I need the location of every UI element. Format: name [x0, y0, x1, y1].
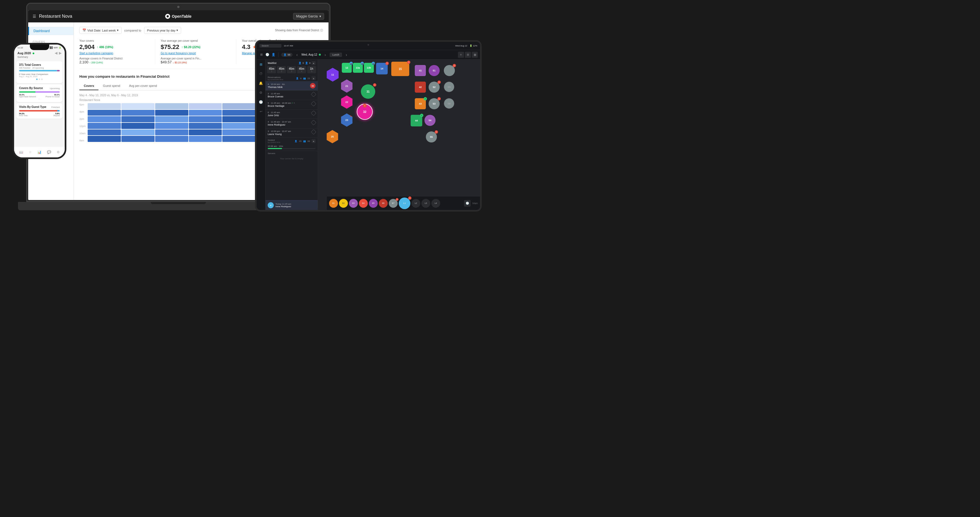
hcell[interactable]: [121, 136, 154, 142]
hcell[interactable]: [155, 103, 188, 109]
hcell[interactable]: [155, 116, 188, 122]
table-23[interactable]: 23 2: [340, 113, 353, 127]
waitlist-collapse-btn[interactable]: ▲: [312, 61, 315, 65]
table-22[interactable]: 22: [340, 95, 353, 109]
res-item-thomas[interactable]: 4 10:44 am · 4m Thomas Mink 32: [266, 81, 318, 91]
res-item-laura[interactable]: 3 12:00 pm · 10:47 am Laura Young: [266, 128, 318, 138]
hcell[interactable]: [121, 123, 154, 129]
nav-gear[interactable]: ⚙: [57, 150, 60, 154]
prev-month-icon[interactable]: ◀: [55, 51, 57, 55]
bottom-table-b7[interactable]: B7 2: [389, 199, 398, 208]
table-12[interactable]: 12 📷: [342, 63, 352, 73]
table-54[interactable]: 54: [425, 115, 436, 126]
hcell[interactable]: [155, 129, 188, 135]
user-icon[interactable]: 👤: [271, 52, 276, 57]
table-51[interactable]: 51: [429, 65, 440, 76]
tab-avg-spend[interactable]: Avg per-cover spend: [125, 82, 161, 90]
bottom-table-b3[interactable]: B3: [349, 199, 358, 208]
table-11[interactable]: 11: [326, 68, 340, 82]
next-shift-button[interactable]: ›: [344, 52, 349, 57]
hcell[interactable]: [189, 110, 222, 116]
table-32[interactable]: + 32: [357, 104, 373, 120]
list-view-button[interactable]: ≡: [458, 52, 464, 58]
shift-button[interactable]: Lunch: [329, 52, 342, 57]
floor-plan-icon[interactable]: ⊞: [258, 62, 264, 67]
res-item-bruce-c[interactable]: 2 11:45 am Bruce Cuevas: [266, 91, 318, 100]
table-c6[interactable]: C6: [444, 98, 454, 109]
history-button[interactable]: 🕐: [464, 200, 471, 207]
table-52[interactable]: 52 2: [429, 82, 440, 93]
hcell[interactable]: [189, 116, 222, 122]
table-53[interactable]: 53 3: [429, 98, 440, 109]
tab-guest-spend[interactable]: Guest spend: [99, 82, 124, 90]
bell-icon[interactable]: 🔔: [258, 81, 264, 86]
hcell[interactable]: [222, 129, 256, 135]
table-c4[interactable]: C4: [444, 82, 454, 92]
hcell[interactable]: [155, 110, 188, 116]
hcell[interactable]: [189, 103, 222, 109]
hcell[interactable]: [88, 136, 121, 142]
bottom-table-l1-big[interactable]: 2 L1: [399, 197, 410, 209]
clock-left-icon[interactable]: ⏱: [258, 71, 264, 76]
bottom-table-b2[interactable]: B2: [339, 199, 348, 208]
res-item-bruce-h[interactable]: 5 11:45 am · 10:46 am + + Bruce Hardage: [266, 100, 318, 110]
bottom-table-b6[interactable]: B6: [379, 199, 388, 208]
hcell[interactable]: [88, 103, 121, 109]
bottom-table-l3[interactable]: L3: [422, 199, 430, 208]
table-41[interactable]: 41: [415, 65, 426, 76]
grid-view-button[interactable]: ⊞: [465, 52, 471, 58]
home-icon[interactable]: ⊞: [259, 52, 264, 57]
hcell[interactable]: [222, 123, 256, 129]
hcell[interactable]: [121, 116, 154, 122]
table-44[interactable]: 44 3: [410, 115, 422, 126]
hcell[interactable]: [121, 129, 154, 135]
hcell[interactable]: [121, 103, 154, 109]
hcell[interactable]: [189, 136, 222, 142]
hcell[interactable]: [88, 116, 121, 122]
table-42[interactable]: 42: [415, 82, 426, 93]
table-21[interactable]: 21: [340, 80, 353, 93]
res-item-june[interactable]: 6 11:45 am June Ortiz: [266, 110, 318, 119]
hcell[interactable]: [88, 110, 121, 116]
prev-date-button[interactable]: ‹: [294, 52, 300, 57]
bottom-table-b1[interactable]: B1: [329, 199, 338, 208]
floor-view-button[interactable]: ▦: [472, 52, 478, 58]
table-31[interactable]: 31 1: [361, 84, 375, 99]
sidebar-item-dashboard[interactable]: Dashboard: [28, 27, 73, 35]
date-filter-button[interactable]: 📅 Visit Date: Last week ▾: [80, 27, 122, 34]
hcell[interactable]: [222, 110, 256, 116]
nav-chat[interactable]: 💬: [47, 150, 51, 154]
hcell[interactable]: [121, 110, 154, 116]
tab-covers[interactable]: Covers: [80, 82, 99, 90]
table-25[interactable]: 25: [326, 130, 339, 143]
hcell[interactable]: [189, 129, 222, 135]
kpi-spend-link[interactable]: Go to guest frequency report: [161, 52, 231, 55]
res-item-irene[interactable]: 4 11:45 am · 10:47 am Irene Rodriguez: [266, 119, 318, 128]
settings-left-icon[interactable]: ⚙: [258, 90, 264, 95]
footer-notification[interactable]: 4 Today 11:45 am Irene Rodriguez: [266, 200, 318, 210]
kpi-covers-link[interactable]: Start a marketing campaign: [80, 52, 150, 55]
arrow-left-icon[interactable]: ↩: [258, 109, 264, 114]
hcell[interactable]: [222, 136, 256, 142]
seated-collapse-btn[interactable]: ▲: [312, 139, 315, 143]
table-55[interactable]: 55 3: [426, 131, 437, 142]
nav-book[interactable]: 📖: [19, 150, 23, 154]
res-collapse-btn[interactable]: ▲: [312, 76, 315, 80]
seated-item-1[interactable]: 10:36 am · 12m: [266, 144, 318, 151]
hcell[interactable]: [155, 123, 188, 129]
search-input[interactable]: Search: [259, 44, 282, 48]
bottom-table-l2[interactable]: L2: [412, 199, 420, 208]
hcell[interactable]: [155, 136, 188, 142]
bottom-table-l4[interactable]: L4: [431, 199, 440, 208]
clock2-icon[interactable]: 🕐: [258, 99, 264, 105]
next-month-icon[interactable]: ▶: [59, 51, 61, 55]
table-43[interactable]: 43 3: [415, 98, 426, 109]
table-13b[interactable]: 13b 📷: [364, 63, 374, 73]
user-button[interactable]: Maggie Garcia ▾: [293, 13, 324, 20]
nav-chart[interactable]: 📊: [37, 150, 41, 154]
bottom-table-b4[interactable]: B4: [359, 199, 368, 208]
clock-icon[interactable]: 🕐: [265, 52, 270, 57]
table-61[interactable]: 3: [444, 65, 455, 76]
table-15[interactable]: 15 2: [391, 62, 409, 76]
nav-star[interactable]: ☆: [29, 150, 32, 154]
